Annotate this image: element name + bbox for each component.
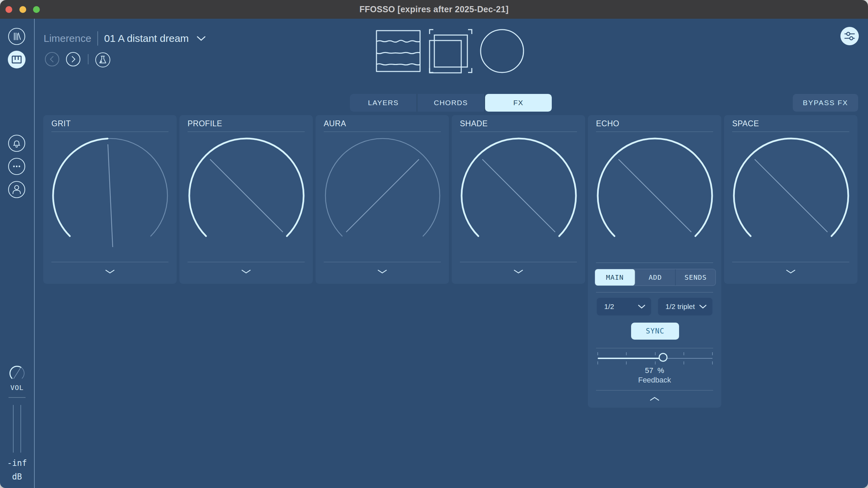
fx-panel-aura: AURA: [316, 115, 449, 284]
settings-button[interactable]: [840, 27, 859, 46]
volume-label: VOL: [0, 384, 34, 392]
panel-title-divider: [460, 131, 577, 132]
panel-title-divider: [732, 131, 849, 132]
section-tabbar: LAYERS CHORDS FX: [350, 94, 552, 112]
slider-tick: [655, 361, 656, 364]
slider-handle[interactable]: [659, 353, 668, 362]
panel-title-divider: [324, 131, 441, 132]
window-title: FFOSSO [expires after 2025-Dec-21]: [0, 0, 868, 19]
library-name[interactable]: Limerence: [44, 33, 91, 44]
slider-tick: [597, 361, 598, 364]
preset-chevron-down-icon[interactable]: [196, 36, 206, 41]
library-icon[interactable]: [8, 28, 26, 45]
fx-knob[interactable]: [731, 136, 851, 256]
layers-view-icon[interactable]: [376, 30, 421, 72]
sync-button[interactable]: SYNC: [631, 323, 679, 340]
panel-title-divider: [596, 131, 713, 132]
slider-tick: [655, 352, 656, 355]
slider-fill: [598, 358, 663, 359]
fx-panel-echo: ECHO MAIN ADD SENDS 1/2 1/2 triplet SYNC: [588, 115, 721, 408]
circle-view-icon[interactable]: [479, 28, 525, 74]
meter-value: -inf: [0, 458, 34, 468]
sidebar: VOL -inf dB: [0, 19, 35, 488]
expand-chevron-down-icon[interactable]: [179, 269, 313, 274]
slider-tick: [712, 352, 713, 355]
level-meter-right: [20, 405, 21, 453]
dropdown-chevron-icon: [699, 304, 707, 309]
echo-divider: [596, 348, 713, 348]
slider-tick: [626, 352, 627, 355]
echo-divider: [596, 292, 713, 293]
dropdown-chevron-icon: [638, 304, 646, 309]
echo-section-divider: [596, 262, 713, 263]
slider-tick: [626, 361, 627, 364]
plugin-window: FFOSSO [expires after 2025-Dec-21]: [0, 0, 868, 488]
fx-knob[interactable]: [187, 136, 306, 256]
fx-knob[interactable]: [459, 136, 579, 256]
collapse-chevron-up-icon[interactable]: [588, 396, 721, 402]
fx-panel-title: SHADE: [460, 119, 488, 128]
fx-panel-title: ECHO: [596, 119, 619, 128]
panel-footer-divider: [188, 262, 305, 262]
tab-chords[interactable]: CHORDS: [417, 94, 485, 112]
feedback-slider[interactable]: [598, 352, 712, 365]
app-body: VOL -inf dB Limerence 01 A distant dream: [0, 19, 868, 488]
panel-title-divider: [188, 131, 305, 132]
prev-preset-button[interactable]: [45, 52, 59, 66]
slider-tick: [684, 352, 684, 355]
account-icon[interactable]: [8, 181, 26, 198]
slider-tick: [684, 361, 684, 364]
preset-name[interactable]: 01 A distant dream: [104, 33, 189, 44]
titlebar[interactable]: FFOSSO [expires after 2025-Dec-21]: [0, 0, 868, 19]
header-divider: [97, 31, 98, 46]
echo-mode-tabs: MAIN ADD SENDS: [595, 269, 716, 286]
slider-tick: [597, 352, 598, 355]
fx-panel-title: GRIT: [51, 119, 71, 128]
next-preset-button[interactable]: [66, 52, 80, 66]
meter-divider: [9, 397, 26, 398]
tab-layers[interactable]: LAYERS: [350, 94, 417, 112]
level-meter-left: [13, 405, 14, 453]
panel-footer-divider: [732, 262, 849, 262]
expand-chevron-down-icon[interactable]: [316, 269, 449, 274]
preset-header: Limerence 01 A distant dream: [44, 32, 206, 45]
fx-panel-title: PROFILE: [188, 119, 222, 128]
fx-knob[interactable]: [50, 136, 170, 256]
fx-panel-shade: SHADE: [452, 115, 585, 284]
panel-title-divider: [51, 131, 168, 132]
sample-frame-icon[interactable]: [429, 28, 473, 74]
echo-time-right-value: 1/2 triplet: [658, 303, 699, 311]
feedback-value: 57 %: [588, 366, 721, 375]
more-options-icon[interactable]: [8, 158, 26, 175]
nav-divider: [88, 54, 89, 64]
fx-panel-title: AURA: [324, 119, 346, 128]
expand-chevron-down-icon[interactable]: [724, 269, 857, 274]
echo-time-left-value: 1/2: [597, 303, 638, 311]
panel-footer-divider: [460, 262, 577, 262]
volume-knob[interactable]: [0, 364, 34, 382]
fx-knob[interactable]: [595, 136, 715, 256]
bell-icon[interactable]: [8, 134, 26, 152]
bypass-fx-button[interactable]: BYPASS FX: [793, 94, 858, 112]
screen: FFOSSO [expires after 2025-Dec-21]: [0, 0, 868, 488]
panel-footer-divider: [324, 262, 441, 262]
experiment-flask-button[interactable]: [95, 52, 109, 66]
panel-footer-divider: [51, 262, 168, 262]
tab-fx[interactable]: FX: [485, 94, 552, 112]
fx-knob[interactable]: [323, 136, 443, 256]
fx-panel-profile: PROFILE: [179, 115, 313, 284]
echo-time-left-dropdown[interactable]: 1/2: [597, 298, 651, 315]
echo-mode-main[interactable]: MAIN: [595, 269, 636, 286]
fx-panel-title: SPACE: [732, 119, 759, 128]
fx-panel-grit: GRIT: [43, 115, 177, 284]
expand-chevron-down-icon[interactable]: [452, 269, 585, 274]
echo-mode-sends[interactable]: SENDS: [676, 269, 716, 286]
echo-mode-add[interactable]: ADD: [636, 269, 676, 286]
fx-panel-space: SPACE: [724, 115, 857, 284]
slider-tick: [712, 361, 713, 364]
expand-chevron-down-icon[interactable]: [43, 269, 177, 274]
echo-time-right-dropdown[interactable]: 1/2 triplet: [658, 298, 712, 315]
meter-unit: dB: [0, 472, 34, 482]
echo-footer-divider: [596, 390, 713, 391]
instrument-icon[interactable]: [8, 51, 26, 68]
